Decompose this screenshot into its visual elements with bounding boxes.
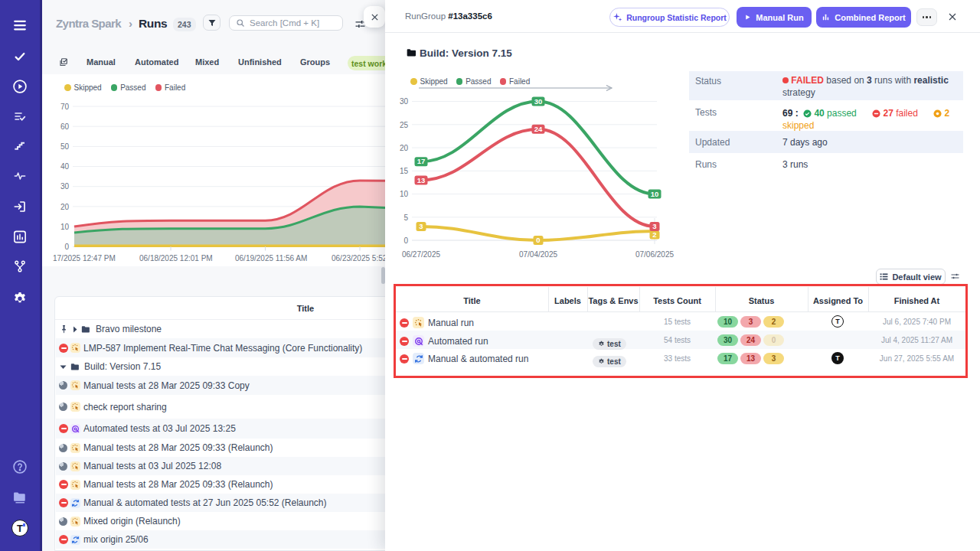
svg-text:06/27/2025: 06/27/2025 bbox=[402, 250, 440, 259]
svg-text:50: 50 bbox=[60, 142, 70, 151]
svg-text:10: 10 bbox=[60, 223, 70, 231]
svg-text:30: 30 bbox=[534, 97, 543, 106]
svg-text:0: 0 bbox=[403, 236, 408, 245]
svg-text:07/04/2025: 07/04/2025 bbox=[519, 250, 557, 259]
svg-text:40: 40 bbox=[60, 162, 70, 171]
svg-text:3: 3 bbox=[652, 222, 656, 230]
svg-text:07/06/2025: 07/06/2025 bbox=[635, 250, 674, 259]
svg-text:24: 24 bbox=[534, 125, 543, 133]
svg-text:3: 3 bbox=[419, 222, 423, 230]
svg-text:20: 20 bbox=[60, 203, 70, 211]
svg-text:0: 0 bbox=[64, 243, 69, 251]
svg-text:10: 10 bbox=[400, 190, 409, 198]
svg-text:06/19/2025 11:56 AM: 06/19/2025 11:56 AM bbox=[235, 254, 307, 262]
svg-text:5: 5 bbox=[403, 214, 408, 222]
svg-text:30: 30 bbox=[60, 182, 70, 191]
svg-text:25: 25 bbox=[400, 121, 409, 129]
svg-text:30: 30 bbox=[400, 97, 409, 106]
svg-text:17/2025 12:47 PM: 17/2025 12:47 PM bbox=[53, 254, 116, 262]
svg-text:06/18/2025 12:01 PM: 06/18/2025 12:01 PM bbox=[139, 254, 213, 262]
svg-text:70: 70 bbox=[60, 103, 70, 111]
svg-text:2: 2 bbox=[652, 230, 656, 239]
svg-text:15: 15 bbox=[400, 167, 409, 175]
svg-text:60: 60 bbox=[60, 122, 70, 131]
svg-text:0: 0 bbox=[536, 236, 540, 244]
svg-text:13: 13 bbox=[417, 176, 426, 184]
svg-text:20: 20 bbox=[400, 144, 409, 152]
svg-text:10: 10 bbox=[651, 190, 659, 198]
svg-text:17: 17 bbox=[417, 157, 426, 165]
